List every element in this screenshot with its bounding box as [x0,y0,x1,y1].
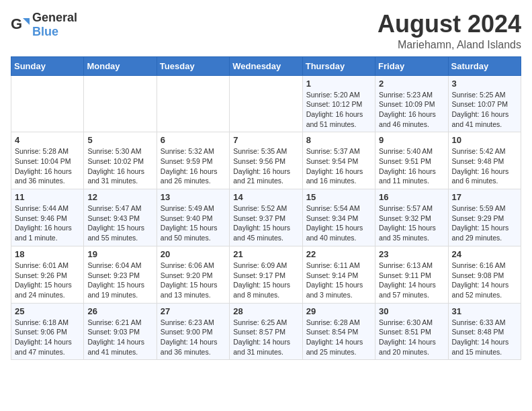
header: G General Blue August 2024 Mariehamn, Al… [11,11,521,51]
calendar-cell: 17Sunrise: 5:59 AMSunset: 9:29 PMDayligh… [448,189,521,246]
day-info: Sunrise: 6:01 AMSunset: 9:26 PMDaylight:… [15,261,80,300]
logo-icon: G [11,15,30,34]
day-info: Sunrise: 5:28 AMSunset: 10:04 PMDaylight… [15,146,80,186]
calendar-cell: 20Sunrise: 6:06 AMSunset: 9:20 PMDayligh… [157,246,229,303]
calendar-cell: 1Sunrise: 5:20 AMSunset: 10:12 PMDayligh… [302,75,375,132]
weekday-header-monday: Monday [84,56,157,75]
day-number: 25 [15,306,80,316]
day-number: 2 [379,79,444,89]
day-info: Sunrise: 5:30 AMSunset: 10:02 PMDaylight… [87,146,152,186]
weekday-header-wednesday: Wednesday [230,56,302,75]
day-info: Sunrise: 6:18 AMSunset: 9:06 PMDaylight:… [15,318,80,357]
calendar-cell: 15Sunrise: 5:54 AMSunset: 9:34 PMDayligh… [302,189,375,246]
day-number: 31 [452,306,517,316]
calendar-cell: 30Sunrise: 6:30 AMSunset: 8:51 PMDayligh… [375,303,448,360]
day-info: Sunrise: 6:09 AMSunset: 9:17 PMDaylight:… [233,261,298,300]
day-number: 6 [161,135,226,145]
day-number: 14 [233,192,298,202]
weekday-header-thursday: Thursday [302,56,375,75]
calendar-cell: 7Sunrise: 5:35 AMSunset: 9:56 PMDaylight… [230,132,302,189]
weekday-header-tuesday: Tuesday [157,56,229,75]
svg-marker-1 [23,18,30,25]
day-info: Sunrise: 5:52 AMSunset: 9:37 PMDaylight:… [233,203,298,243]
day-info: Sunrise: 5:44 AMSunset: 9:46 PMDaylight:… [15,203,80,243]
day-info: Sunrise: 5:42 AMSunset: 9:48 PMDaylight:… [452,146,517,186]
weekday-header-friday: Friday [375,56,448,75]
day-info: Sunrise: 5:59 AMSunset: 9:29 PMDaylight:… [452,203,517,243]
day-info: Sunrise: 6:30 AMSunset: 8:51 PMDaylight:… [379,318,444,357]
calendar-cell: 19Sunrise: 6:04 AMSunset: 9:23 PMDayligh… [84,246,157,303]
logo-text-blue: Blue [32,25,58,38]
day-info: Sunrise: 5:57 AMSunset: 9:32 PMDaylight:… [379,203,444,243]
day-number: 12 [87,192,152,202]
logo: G General Blue [11,11,77,39]
day-info: Sunrise: 5:47 AMSunset: 9:43 PMDaylight:… [87,203,152,243]
calendar-table: SundayMondayTuesdayWednesdayThursdayFrid… [11,56,521,361]
day-number: 27 [161,306,226,316]
calendar-cell [230,75,302,132]
day-number: 16 [379,192,444,202]
day-number: 18 [15,249,80,259]
day-info: Sunrise: 6:16 AMSunset: 9:08 PMDaylight:… [452,261,517,300]
day-number: 23 [379,249,444,259]
weekday-header-row: SundayMondayTuesdayWednesdayThursdayFrid… [11,56,521,75]
calendar-cell [84,75,157,132]
day-number: 7 [233,135,298,145]
day-info: Sunrise: 6:21 AMSunset: 9:03 PMDaylight:… [87,318,152,357]
day-number: 19 [87,249,152,259]
calendar-cell [11,75,84,132]
calendar-cell: 4Sunrise: 5:28 AMSunset: 10:04 PMDayligh… [11,132,84,189]
day-info: Sunrise: 5:37 AMSunset: 9:54 PMDaylight:… [306,146,371,186]
calendar-cell: 25Sunrise: 6:18 AMSunset: 9:06 PMDayligh… [11,303,84,360]
day-info: Sunrise: 5:54 AMSunset: 9:34 PMDaylight:… [306,203,371,243]
day-info: Sunrise: 6:28 AMSunset: 8:54 PMDaylight:… [306,318,371,357]
day-info: Sunrise: 6:11 AMSunset: 9:14 PMDaylight:… [306,261,371,300]
calendar-cell: 21Sunrise: 6:09 AMSunset: 9:17 PMDayligh… [230,246,302,303]
day-number: 29 [306,306,371,316]
calendar-cell [157,75,229,132]
day-number: 30 [379,306,444,316]
day-info: Sunrise: 5:32 AMSunset: 9:59 PMDaylight:… [161,146,226,186]
calendar-cell: 26Sunrise: 6:21 AMSunset: 9:03 PMDayligh… [84,303,157,360]
day-number: 21 [233,249,298,259]
weekday-header-sunday: Sunday [11,56,84,75]
day-info: Sunrise: 6:06 AMSunset: 9:20 PMDaylight:… [161,261,226,300]
day-number: 3 [452,79,517,89]
day-number: 10 [452,135,517,145]
main-title: August 2024 [378,11,521,38]
day-info: Sunrise: 6:23 AMSunset: 9:00 PMDaylight:… [161,318,226,357]
calendar-cell: 9Sunrise: 5:40 AMSunset: 9:51 PMDaylight… [375,132,448,189]
day-number: 20 [161,249,226,259]
day-number: 26 [87,306,152,316]
calendar-cell: 8Sunrise: 5:37 AMSunset: 9:54 PMDaylight… [302,132,375,189]
calendar-cell: 5Sunrise: 5:30 AMSunset: 10:02 PMDayligh… [84,132,157,189]
day-number: 5 [87,135,152,145]
week-row-1: 1Sunrise: 5:20 AMSunset: 10:12 PMDayligh… [11,75,521,132]
day-info: Sunrise: 6:25 AMSunset: 8:57 PMDaylight:… [233,318,298,357]
calendar-cell: 6Sunrise: 5:32 AMSunset: 9:59 PMDaylight… [157,132,229,189]
calendar-cell: 14Sunrise: 5:52 AMSunset: 9:37 PMDayligh… [230,189,302,246]
day-info: Sunrise: 5:40 AMSunset: 9:51 PMDaylight:… [379,146,444,186]
svg-text:G: G [11,15,22,32]
week-row-2: 4Sunrise: 5:28 AMSunset: 10:04 PMDayligh… [11,132,521,189]
calendar-cell: 29Sunrise: 6:28 AMSunset: 8:54 PMDayligh… [302,303,375,360]
calendar-cell: 31Sunrise: 6:33 AMSunset: 8:48 PMDayligh… [448,303,521,360]
week-row-5: 25Sunrise: 6:18 AMSunset: 9:06 PMDayligh… [11,303,521,360]
calendar-cell: 23Sunrise: 6:13 AMSunset: 9:11 PMDayligh… [375,246,448,303]
day-number: 17 [452,192,517,202]
calendar-cell: 22Sunrise: 6:11 AMSunset: 9:14 PMDayligh… [302,246,375,303]
calendar-cell: 12Sunrise: 5:47 AMSunset: 9:43 PMDayligh… [84,189,157,246]
calendar-cell: 3Sunrise: 5:25 AMSunset: 10:07 PMDayligh… [448,75,521,132]
day-number: 1 [306,79,371,89]
day-number: 22 [306,249,371,259]
day-info: Sunrise: 5:23 AMSunset: 10:09 PMDaylight… [379,90,444,130]
day-info: Sunrise: 5:35 AMSunset: 9:56 PMDaylight:… [233,146,298,186]
week-row-4: 18Sunrise: 6:01 AMSunset: 9:26 PMDayligh… [11,246,521,303]
day-number: 4 [15,135,80,145]
calendar-cell: 28Sunrise: 6:25 AMSunset: 8:57 PMDayligh… [230,303,302,360]
day-number: 13 [161,192,226,202]
calendar-cell: 24Sunrise: 6:16 AMSunset: 9:08 PMDayligh… [448,246,521,303]
day-number: 11 [15,192,80,202]
day-info: Sunrise: 6:33 AMSunset: 8:48 PMDaylight:… [452,318,517,357]
calendar-cell: 11Sunrise: 5:44 AMSunset: 9:46 PMDayligh… [11,189,84,246]
